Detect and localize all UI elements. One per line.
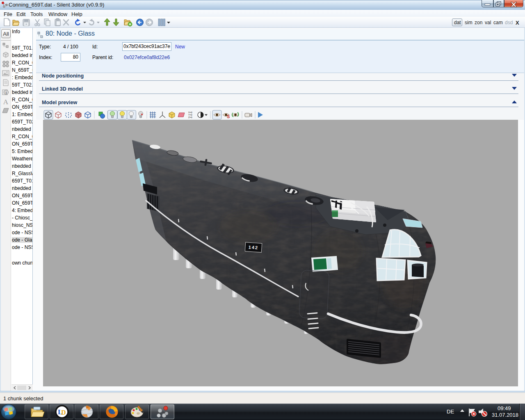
svg-text:S: S — [227, 114, 230, 119]
svg-text:142: 142 — [248, 244, 258, 250]
svg-text:A: A — [3, 98, 9, 106]
svg-text:D: D — [61, 409, 66, 416]
svg-text:Z=0: Z=0 — [188, 116, 192, 119]
